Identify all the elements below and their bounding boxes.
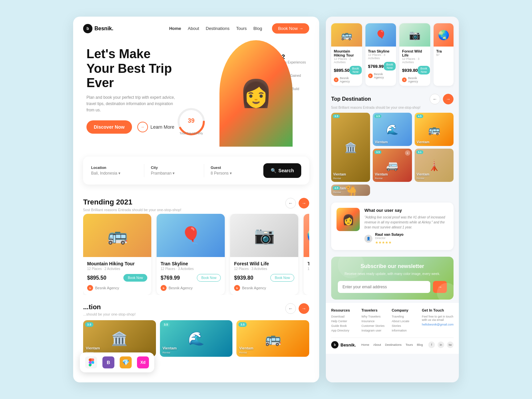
top-dest-next[interactable]: → bbox=[443, 94, 454, 104]
right-card-price-1: $769.99 bbox=[368, 64, 384, 69]
card-meta-3: 12 Pl... bbox=[308, 267, 309, 271]
top-dest-prev[interactable]: ← bbox=[430, 94, 440, 104]
footer-nav-tours[interactable]: Tours bbox=[406, 343, 413, 346]
footer-company-1[interactable]: About Locate bbox=[392, 320, 419, 323]
agency-dot-2: b bbox=[402, 77, 407, 82]
city-field: City Prambanan ▾ bbox=[151, 166, 197, 176]
right-book-btn-1[interactable]: Book Now bbox=[384, 62, 396, 70]
trending-title: Trending 2021 bbox=[83, 198, 181, 206]
design-tools-bar: B 💎 Xd bbox=[80, 352, 154, 372]
footer-travelers-1[interactable]: Insurance bbox=[361, 320, 388, 323]
destination-preview: ...tion ...should be your one-stop-shop!… bbox=[73, 298, 319, 360]
dest-grid-label-1: Vientam bbox=[373, 138, 390, 146]
guest-value[interactable]: 8 Persons ▾ bbox=[211, 171, 257, 176]
right-card-1: 🎈 Tran Skyline 12 Places · 3 Activities … bbox=[365, 23, 396, 86]
top-dest-header: Top Destination ← → bbox=[331, 94, 454, 104]
card-title-3: Tra... bbox=[308, 261, 309, 266]
dest-grid-item-3: 🚐 3.5 + VientamRental bbox=[373, 149, 412, 182]
agency-dot-0: b bbox=[334, 77, 338, 82]
nav-about[interactable]: About bbox=[188, 26, 199, 31]
footer-resources-1[interactable]: Help Center bbox=[331, 320, 358, 323]
trending-prev-button[interactable]: ← bbox=[285, 198, 296, 208]
right-card-meta-1: 12 Places · 3 Activities bbox=[368, 53, 394, 60]
learn-more-button[interactable]: → Learn More bbox=[137, 122, 175, 132]
linkedin-icon[interactable]: in bbox=[438, 341, 444, 348]
book-now-card-2[interactable]: Book Now bbox=[270, 274, 294, 282]
footer-travelers-2[interactable]: Customer Stories bbox=[361, 324, 388, 328]
dest-prev-button[interactable]: ← bbox=[285, 303, 296, 314]
right-card-agency-1: b Besnik Agency bbox=[368, 72, 394, 79]
footer-resources-3[interactable]: App Directory bbox=[331, 329, 358, 332]
location-value[interactable]: Bali, Indonesia ▾ bbox=[91, 171, 137, 176]
footer-travelers-3[interactable]: Instagram user bbox=[361, 329, 388, 332]
nav-home[interactable]: Home bbox=[169, 26, 181, 31]
footer-company-0[interactable]: Traveling bbox=[392, 315, 419, 318]
footer-bottom: b Besnik. Home About Destinations Tours … bbox=[331, 337, 454, 348]
sketch-icon: 💎 bbox=[120, 356, 132, 368]
book-now-card-1[interactable]: Book Now bbox=[197, 274, 221, 282]
tour-card-0: 🚌 Mountain Hiking Tour 12 Places · 2 Act… bbox=[83, 214, 151, 295]
dest-grid-rating-2: 4.5 bbox=[416, 114, 423, 118]
star-rating: ★★★★★ bbox=[375, 240, 404, 245]
right-cards-row: 🚌 Mountain Hiking Tour 12 Places · 2 Act… bbox=[331, 23, 454, 86]
footer-travelers-0[interactable]: Why Travelers bbox=[361, 315, 388, 318]
footer-resources-0[interactable]: Download bbox=[331, 315, 358, 318]
twitter-icon[interactable]: tw bbox=[447, 341, 454, 348]
footer-col-contact: Get In Touch Feel free to get in touch w… bbox=[422, 308, 454, 333]
hero-section: Let's Make Your Best Trip Ever Plan and … bbox=[73, 40, 319, 150]
top-dest-subtitle: 5ost Brilliant reasons Entrada should be… bbox=[331, 106, 454, 109]
book-now-card-0[interactable]: Book Now bbox=[123, 274, 147, 282]
user-avatar: 👤 bbox=[364, 235, 372, 243]
right-card-img-1: 🎈 bbox=[365, 23, 396, 47]
dest-grid-rating-4: 3.1 bbox=[416, 150, 423, 154]
right-card-2: 📷 Forest Wild Life 12 Places · 3 Activit… bbox=[399, 23, 430, 86]
footer-nav-about[interactable]: About bbox=[373, 343, 381, 346]
nav-destinations[interactable]: Destinations bbox=[206, 26, 230, 31]
footer-nav-home[interactable]: Home bbox=[361, 343, 369, 346]
card-agency-0: b Besnik Agency bbox=[87, 285, 147, 291]
footer-col-title-travelers: Travelers bbox=[361, 308, 388, 312]
card-title-2: Forest Wild Life bbox=[234, 261, 294, 266]
dest-grid-item-4: 🗼 3.1 VientamRental bbox=[415, 149, 454, 182]
footer-resources-2[interactable]: Guide Book bbox=[331, 324, 358, 328]
footer-contact-intro: Feel free to get in touch with us via em… bbox=[422, 315, 454, 322]
card-meta-0: 12 Places · 2 Activities bbox=[87, 267, 147, 271]
right-card-title-0: Mountain Hiking Tour bbox=[334, 49, 359, 57]
guest-field: Guest 8 Persons ▾ bbox=[211, 166, 257, 176]
right-book-btn-2[interactable]: Book Now bbox=[418, 66, 430, 74]
tour-card-2: 📷 Forest Wild Life 12 Places · 3 Activit… bbox=[230, 214, 298, 295]
dest-card-0: 🏛️ 3.5 VientamRental bbox=[83, 320, 156, 357]
right-card-title-1: Tran Skyline bbox=[368, 49, 394, 53]
circle-stat: 39 Total Trip Monthly bbox=[176, 107, 206, 137]
footer-company-3[interactable]: Information bbox=[392, 329, 419, 332]
footer-contact-email[interactable]: hellobesnik@gmail.com bbox=[422, 323, 454, 326]
nav-blog[interactable]: Blog bbox=[253, 26, 262, 31]
trending-next-button[interactable]: → bbox=[299, 198, 309, 208]
newsletter-input-row: → bbox=[338, 281, 447, 293]
dest-card-label-1: VientamRental bbox=[160, 343, 180, 357]
right-card-title-3: Tra bbox=[436, 49, 451, 53]
top-dest-title: Top Destination bbox=[331, 96, 371, 102]
dest-grid-rating-5: 4.5 bbox=[333, 186, 340, 190]
right-book-btn-0[interactable]: Book Now bbox=[349, 66, 362, 74]
footer-nav-destinations[interactable]: Destinations bbox=[385, 343, 402, 346]
search-button[interactable]: 🔍 Search bbox=[263, 163, 301, 178]
dest-grid-rating-3: 3.5 bbox=[374, 150, 381, 154]
circle-number: 39 bbox=[188, 117, 195, 124]
city-value[interactable]: Prambanan ▾ bbox=[151, 171, 197, 176]
dest-card-2: 🚌 3.5 VientamRental bbox=[236, 320, 309, 357]
dest-next-button[interactable]: → bbox=[299, 303, 309, 314]
dest-grid-rating-0: 3.5 bbox=[333, 114, 340, 118]
location-label: Location bbox=[91, 166, 137, 170]
dest-grid-label-0: VientamRental bbox=[331, 171, 348, 182]
facebook-icon[interactable]: f bbox=[428, 341, 435, 348]
book-now-button[interactable]: Book Now → bbox=[272, 23, 309, 34]
nav-tours[interactable]: Tours bbox=[236, 26, 247, 31]
dest-preview-cards: 🏛️ 3.5 VientamRental 🌊 3.5 VientamRental… bbox=[83, 320, 309, 357]
newsletter-email-input[interactable] bbox=[338, 281, 430, 293]
agency-icon-2: b bbox=[234, 285, 240, 291]
footer-company-2[interactable]: Stories bbox=[392, 324, 419, 328]
footer-nav-blog[interactable]: Blog bbox=[417, 343, 423, 346]
discover-button[interactable]: Discover Now bbox=[86, 120, 132, 134]
footer-col-title-contact: Get In Touch bbox=[422, 308, 454, 312]
